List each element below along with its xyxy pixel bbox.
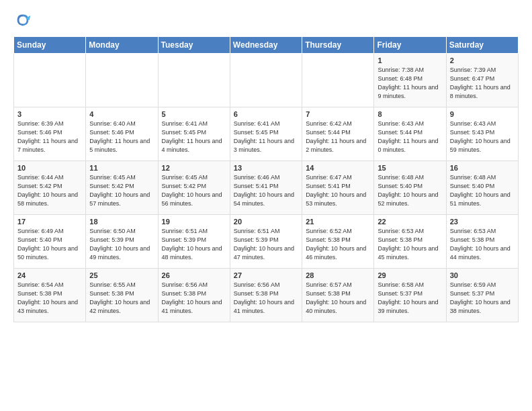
day-info: Sunrise: 6:41 AM Sunset: 5:45 PM Dayligh… [234,120,298,154]
calendar-cell: 5Sunrise: 6:41 AM Sunset: 5:45 PM Daylig… [158,107,230,161]
day-number: 5 [162,110,226,118]
calendar-cell: 21Sunrise: 6:52 AM Sunset: 5:38 PM Dayli… [302,215,374,269]
day-number: 2 [450,56,515,64]
calendar-cell: 29Sunrise: 6:58 AM Sunset: 5:37 PM Dayli… [374,269,446,322]
day-info: Sunrise: 6:55 AM Sunset: 5:38 PM Dayligh… [89,281,154,316]
calendar-cell: 28Sunrise: 6:57 AM Sunset: 5:38 PM Dayli… [302,269,374,322]
day-number: 14 [306,164,370,172]
day-info: Sunrise: 6:52 AM Sunset: 5:38 PM Dayligh… [306,227,370,262]
day-number: 23 [450,218,515,226]
calendar-week-1: 3Sunrise: 6:39 AM Sunset: 5:46 PM Daylig… [14,107,519,161]
day-info: Sunrise: 6:50 AM Sunset: 5:39 PM Dayligh… [89,227,154,262]
calendar-cell: 14Sunrise: 6:47 AM Sunset: 5:41 PM Dayli… [302,161,374,215]
page: SundayMondayTuesdayWednesdayThursdayFrid… [0,0,532,333]
day-info: Sunrise: 6:43 AM Sunset: 5:44 PM Dayligh… [378,120,442,154]
day-number: 18 [89,218,154,226]
day-info: Sunrise: 6:53 AM Sunset: 5:38 PM Dayligh… [378,227,442,262]
calendar-cell: 9Sunrise: 6:43 AM Sunset: 5:43 PM Daylig… [446,107,518,161]
day-number: 17 [17,218,82,226]
day-info: Sunrise: 6:42 AM Sunset: 5:44 PM Dayligh… [306,120,370,154]
day-info: Sunrise: 6:57 AM Sunset: 5:38 PM Dayligh… [306,281,370,316]
day-info: Sunrise: 6:45 AM Sunset: 5:42 PM Dayligh… [162,173,226,208]
calendar-cell: 18Sunrise: 6:50 AM Sunset: 5:39 PM Dayli… [86,215,158,269]
calendar-cell: 10Sunrise: 6:44 AM Sunset: 5:42 PM Dayli… [14,161,86,215]
calendar-cell: 22Sunrise: 6:53 AM Sunset: 5:38 PM Dayli… [374,215,446,269]
calendar-cell: 16Sunrise: 6:48 AM Sunset: 5:40 PM Dayli… [446,161,518,215]
weekday-header-tuesday: Tuesday [158,37,230,54]
calendar-cell [158,54,230,107]
day-number: 8 [378,110,442,118]
calendar-cell: 27Sunrise: 6:56 AM Sunset: 5:38 PM Dayli… [230,269,302,322]
day-number: 11 [89,164,154,172]
calendar-cell: 6Sunrise: 6:41 AM Sunset: 5:45 PM Daylig… [230,107,302,161]
weekday-header-row: SundayMondayTuesdayWednesdayThursdayFrid… [14,37,519,54]
day-number: 22 [378,218,442,226]
day-info: Sunrise: 6:48 AM Sunset: 5:40 PM Dayligh… [378,173,442,208]
day-info: Sunrise: 6:56 AM Sunset: 5:38 PM Dayligh… [234,281,298,316]
day-info: Sunrise: 6:40 AM Sunset: 5:46 PM Dayligh… [89,120,154,154]
calendar-cell: 8Sunrise: 6:43 AM Sunset: 5:44 PM Daylig… [374,107,446,161]
day-number: 24 [17,271,82,279]
day-info: Sunrise: 6:56 AM Sunset: 5:38 PM Dayligh… [162,281,226,316]
day-info: Sunrise: 6:51 AM Sunset: 5:39 PM Dayligh… [162,227,226,262]
day-info: Sunrise: 6:44 AM Sunset: 5:42 PM Dayligh… [17,173,82,208]
weekday-header-monday: Monday [86,37,158,54]
day-number: 25 [89,271,154,279]
weekday-header-sunday: Sunday [14,37,86,54]
day-info: Sunrise: 6:41 AM Sunset: 5:45 PM Dayligh… [162,120,226,154]
day-number: 13 [234,164,298,172]
day-number: 19 [162,218,226,226]
day-info: Sunrise: 6:54 AM Sunset: 5:38 PM Dayligh… [17,281,82,316]
day-info: Sunrise: 6:49 AM Sunset: 5:40 PM Dayligh… [17,227,82,262]
calendar-cell [86,54,158,107]
weekday-header-friday: Friday [374,37,446,54]
day-number: 15 [378,164,442,172]
day-info: Sunrise: 6:39 AM Sunset: 5:46 PM Dayligh… [17,120,82,154]
calendar-cell: 24Sunrise: 6:54 AM Sunset: 5:38 PM Dayli… [14,269,86,322]
calendar-cell [14,54,86,107]
calendar-cell: 19Sunrise: 6:51 AM Sunset: 5:39 PM Dayli… [158,215,230,269]
calendar-cell: 3Sunrise: 6:39 AM Sunset: 5:46 PM Daylig… [14,107,86,161]
day-info: Sunrise: 6:46 AM Sunset: 5:41 PM Dayligh… [234,173,298,208]
calendar-cell [302,54,374,107]
calendar-cell: 25Sunrise: 6:55 AM Sunset: 5:38 PM Dayli… [86,269,158,322]
day-number: 29 [378,271,442,279]
calendar-cell: 23Sunrise: 6:53 AM Sunset: 5:38 PM Dayli… [446,215,518,269]
day-info: Sunrise: 6:59 AM Sunset: 5:37 PM Dayligh… [450,281,515,316]
day-info: Sunrise: 6:43 AM Sunset: 5:43 PM Dayligh… [450,120,515,154]
day-info: Sunrise: 6:45 AM Sunset: 5:42 PM Dayligh… [89,173,154,208]
day-info: Sunrise: 6:51 AM Sunset: 5:39 PM Dayligh… [234,227,298,262]
header [13,11,519,30]
day-number: 30 [450,271,515,279]
day-number: 4 [89,110,154,118]
calendar-week-4: 24Sunrise: 6:54 AM Sunset: 5:38 PM Dayli… [14,269,519,322]
day-number: 21 [306,218,370,226]
day-info: Sunrise: 7:38 AM Sunset: 6:48 PM Dayligh… [378,66,442,101]
calendar-body: 1Sunrise: 7:38 AM Sunset: 6:48 PM Daylig… [14,54,519,322]
calendar-cell: 7Sunrise: 6:42 AM Sunset: 5:44 PM Daylig… [302,107,374,161]
calendar-header: SundayMondayTuesdayWednesdayThursdayFrid… [14,37,519,54]
calendar-cell: 30Sunrise: 6:59 AM Sunset: 5:37 PM Dayli… [446,269,518,322]
calendar-cell: 13Sunrise: 6:46 AM Sunset: 5:41 PM Dayli… [230,161,302,215]
day-info: Sunrise: 6:47 AM Sunset: 5:41 PM Dayligh… [306,173,370,208]
day-number: 7 [306,110,370,118]
day-number: 9 [450,110,515,118]
calendar-table: SundayMondayTuesdayWednesdayThursdayFrid… [13,36,519,322]
weekday-header-wednesday: Wednesday [230,37,302,54]
calendar-cell: 17Sunrise: 6:49 AM Sunset: 5:40 PM Dayli… [14,215,86,269]
calendar-week-0: 1Sunrise: 7:38 AM Sunset: 6:48 PM Daylig… [14,54,519,107]
day-number: 26 [162,271,226,279]
day-number: 10 [17,164,82,172]
calendar-cell: 26Sunrise: 6:56 AM Sunset: 5:38 PM Dayli… [158,269,230,322]
calendar-cell: 11Sunrise: 6:45 AM Sunset: 5:42 PM Dayli… [86,161,158,215]
calendar-week-2: 10Sunrise: 6:44 AM Sunset: 5:42 PM Dayli… [14,161,519,215]
day-number: 6 [234,110,298,118]
day-info: Sunrise: 6:58 AM Sunset: 5:37 PM Dayligh… [378,281,442,316]
calendar-cell: 4Sunrise: 6:40 AM Sunset: 5:46 PM Daylig… [86,107,158,161]
day-number: 16 [450,164,515,172]
day-number: 1 [378,56,442,64]
calendar-week-3: 17Sunrise: 6:49 AM Sunset: 5:40 PM Dayli… [14,215,519,269]
day-number: 20 [234,218,298,226]
calendar-cell: 15Sunrise: 6:48 AM Sunset: 5:40 PM Dayli… [374,161,446,215]
calendar-cell: 20Sunrise: 6:51 AM Sunset: 5:39 PM Dayli… [230,215,302,269]
